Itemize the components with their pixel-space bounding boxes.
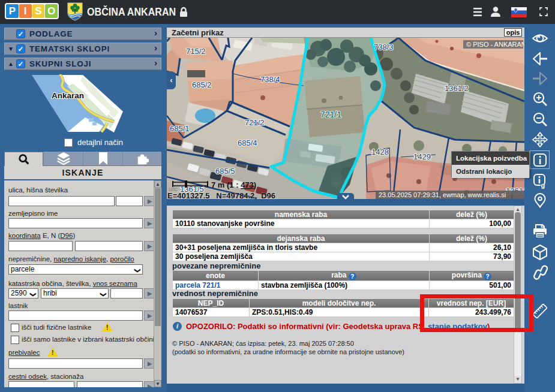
svg-text:1361/2: 1361/2 [445, 84, 469, 93]
svg-text:Ankaran: Ankaran [52, 91, 84, 100]
svg-text:E=401327.5 N=49784.2 D96: E=401327.5 N=49784.2 D96 [167, 191, 275, 199]
svg-text:g: g [541, 182, 545, 189]
svg-text:738/4: 738/4 [260, 75, 280, 84]
svg-text:721/2: 721/2 [245, 118, 265, 127]
svg-text:685/5: 685/5 [215, 167, 235, 176]
svg-text:685/4: 685/4 [238, 138, 257, 147]
svg-text:© PISO - ANKARAN: © PISO - ANKARAN [466, 41, 524, 48]
svg-text:738/3: 738/3 [374, 43, 394, 52]
svg-text:7 m (1 : 473): 7 m (1 : 473) [211, 180, 256, 189]
svg-text:23.05.2025 07:29:31, ewmap, ww: 23.05.2025 07:29:31, ewmap, www.realis.s… [379, 191, 506, 198]
svg-text:685/1: 685/1 [170, 124, 190, 133]
svg-text:1428: 1428 [371, 147, 389, 156]
svg-text:1429: 1429 [413, 152, 431, 161]
svg-text:685/2: 685/2 [192, 80, 212, 89]
svg-text:721/1: 721/1 [320, 110, 341, 119]
svg-text:715/2: 715/2 [186, 47, 206, 56]
